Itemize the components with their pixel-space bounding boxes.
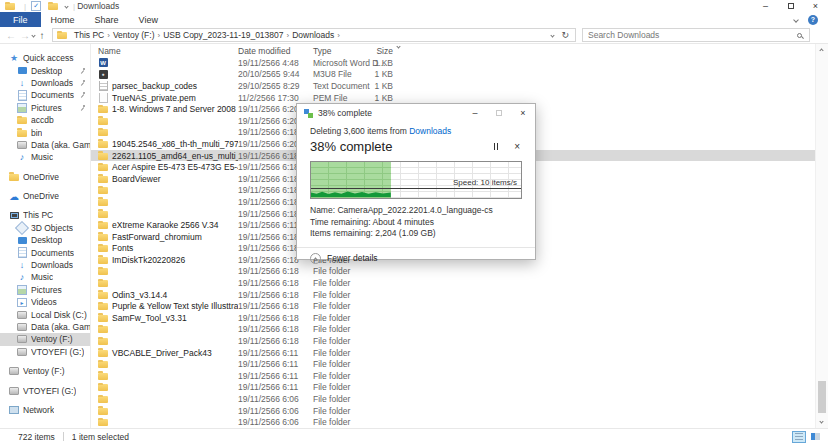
- vertical-scrollbar[interactable]: [815, 44, 828, 428]
- file-row[interactable]: 19/11/2566 6:11 File folder: [91, 382, 828, 394]
- file-row[interactable]: 19/11/2566 6:18 File folder: [91, 324, 828, 336]
- maximize-button[interactable]: [778, 0, 803, 12]
- file-row[interactable]: 19/11/2566 6:18 File folder: [91, 335, 828, 347]
- sidebar-item[interactable]: VTOYEFI (G:): [0, 384, 90, 396]
- file-row[interactable]: Puprle & Yellow Text style Illusttration…: [91, 300, 828, 312]
- scroll-up-icon[interactable]: [819, 48, 823, 52]
- sidebar-item[interactable]: Videos: [0, 296, 90, 308]
- column-header-date[interactable]: Date modified: [238, 46, 313, 56]
- sidebar-item[interactable]: OneDrive: [0, 171, 90, 183]
- file-type: File folder: [313, 348, 365, 358]
- sidebar-item[interactable]: Pictures: [0, 102, 90, 114]
- file-row[interactable]: TrueNAS_private.pem 11/2/2566 17:30 PEM …: [91, 92, 828, 104]
- scrollbar-thumb[interactable]: [818, 381, 826, 413]
- sidebar-item[interactable]: Music: [0, 271, 90, 283]
- scroll-down-icon[interactable]: [819, 419, 823, 423]
- file-row[interactable]: 19/11/2566 6:06 File folder: [91, 393, 828, 405]
- column-sort-indicator-icon[interactable]: [396, 44, 400, 48]
- sidebar-item[interactable]: Data (aka. Games) (: [0, 321, 90, 333]
- file-row[interactable]: 19/11/2566 4:48 Microsoft Word D... 1 KB: [91, 57, 828, 69]
- file-icon: [98, 185, 108, 195]
- sidebar-item[interactable]: Ventoy (F:): [0, 333, 90, 345]
- search-box[interactable]: [582, 28, 810, 42]
- dialog-minimize-button[interactable]: –: [463, 104, 487, 122]
- file-row[interactable]: 20/10/2565 9:44 M3U8 File 1 KB: [91, 69, 828, 81]
- sidebar-item[interactable]: Data (aka. Games) (: [0, 139, 90, 151]
- file-row[interactable]: SamFw_Tool_v3.31 19/11/2566 6:18 File fo…: [91, 312, 828, 324]
- file-row[interactable]: 19/11/2566 6:11 File folder: [91, 358, 828, 370]
- tab-view[interactable]: View: [129, 12, 168, 27]
- up-button[interactable]: ↑: [35, 28, 49, 43]
- details-view-button[interactable]: [792, 431, 806, 443]
- tab-file[interactable]: File: [0, 12, 41, 27]
- sidebar-item-icon: [9, 191, 19, 201]
- sidebar-item-icon: [17, 223, 27, 233]
- sidebar-item[interactable]: OneDrive: [0, 190, 90, 202]
- qat-properties-icon[interactable]: [31, 1, 41, 11]
- ribbon-collapse-icon[interactable]: [793, 17, 799, 23]
- address-dropdown-icon[interactable]: [551, 33, 555, 37]
- breadcrumb-item[interactable]: This PC ›: [74, 30, 110, 40]
- column-header-type[interactable]: Type: [313, 46, 365, 56]
- sidebar-item[interactable]: 3D Objects: [0, 222, 90, 234]
- close-button[interactable]: ×: [803, 0, 828, 12]
- sidebar-item[interactable]: Documents: [0, 89, 90, 101]
- sidebar-item[interactable]: Network: [0, 404, 90, 416]
- address-bar[interactable]: This PC › Ventoy (F:) › USB Copy_2023-11…: [52, 28, 576, 42]
- column-header-name[interactable]: Name: [91, 46, 238, 56]
- dialog-close-button[interactable]: ×: [511, 104, 535, 122]
- help-icon[interactable]: ?: [808, 15, 818, 25]
- file-date: 19/11/2566 6:18: [238, 313, 313, 323]
- sidebar-item[interactable]: Downloads: [0, 259, 90, 271]
- qat-new-folder-icon[interactable]: [48, 1, 58, 11]
- file-row[interactable]: Odin3_v3.14.4 19/11/2566 6:18 File folde…: [91, 289, 828, 301]
- sidebar-item[interactable]: Quick access: [0, 52, 90, 64]
- file-name: Odin3_v3.14.4: [112, 290, 167, 300]
- file-row[interactable]: 19/11/2566 6:18 File folder: [91, 277, 828, 289]
- sidebar-item[interactable]: Pictures: [0, 284, 90, 296]
- file-row[interactable]: 19/11/2566 6:18 File folder: [91, 266, 828, 278]
- dialog-title-bar[interactable]: 38% complete – ×: [297, 104, 535, 122]
- refresh-icon[interactable]: ↻: [561, 30, 569, 40]
- back-button[interactable]: ←: [4, 28, 18, 43]
- tab-home[interactable]: Home: [41, 12, 85, 27]
- sidebar-item[interactable]: Music: [0, 151, 90, 163]
- sidebar-item[interactable]: Local Disk (C:): [0, 308, 90, 320]
- search-input[interactable]: [583, 30, 797, 40]
- file-date: 19/11/2566 4:48: [238, 58, 313, 68]
- sidebar-item[interactable]: Documents: [0, 246, 90, 258]
- breadcrumb-item[interactable]: Ventoy (F:) ›: [113, 30, 160, 40]
- pause-button[interactable]: [494, 143, 499, 150]
- sidebar-item[interactable]: Desktop: [0, 234, 90, 246]
- file-row[interactable]: 19/11/2566 6:06 File folder: [91, 416, 828, 428]
- sidebar-item[interactable]: Downloads: [0, 77, 90, 89]
- large-icons-view-button[interactable]: [808, 431, 822, 443]
- file-icon: [98, 162, 108, 172]
- breadcrumb-item[interactable]: USB Copy_2023-11-19_013807 ›: [163, 30, 289, 40]
- title-bar: | | Downloads – ×: [0, 0, 828, 12]
- sidebar-item[interactable]: Desktop: [0, 64, 90, 76]
- file-row[interactable]: parsec_backup_codes 29/10/2565 8:29 Text…: [91, 80, 828, 92]
- sidebar-item[interactable]: VTOYEFI (G:): [0, 346, 90, 358]
- sidebar-item[interactable]: Ventoy (F:): [0, 365, 90, 377]
- sidebar-item[interactable]: accdb: [0, 114, 90, 126]
- sidebar-item-icon: [17, 140, 27, 150]
- tab-share[interactable]: Share: [85, 12, 129, 27]
- file-date: 19/11/2566 6:18: [238, 301, 313, 311]
- fewer-details-toggle[interactable]: Fewer details: [310, 253, 522, 264]
- breadcrumb-item[interactable]: Downloads ›: [292, 30, 340, 40]
- qat-customize-chevron-icon[interactable]: [64, 4, 68, 8]
- file-row[interactable]: 19/11/2566 6:11 File folder: [91, 370, 828, 382]
- file-row[interactable]: VBCABLE_Driver_Pack43 19/11/2566 6:11 Fi…: [91, 347, 828, 359]
- sidebar-item-icon: [17, 78, 27, 88]
- file-row[interactable]: 19/11/2566 6:06 File folder: [91, 405, 828, 417]
- column-header-size[interactable]: Size: [365, 46, 393, 56]
- cancel-operation-button[interactable]: ×: [514, 141, 520, 152]
- sidebar-item[interactable]: This PC: [0, 209, 90, 221]
- sidebar-item[interactable]: bin: [0, 126, 90, 138]
- file-icon: [98, 255, 108, 265]
- file-type: File folder: [313, 290, 365, 300]
- file-icon: [98, 69, 108, 79]
- downloads-link[interactable]: Downloads: [409, 126, 451, 136]
- minimize-button[interactable]: –: [753, 0, 778, 12]
